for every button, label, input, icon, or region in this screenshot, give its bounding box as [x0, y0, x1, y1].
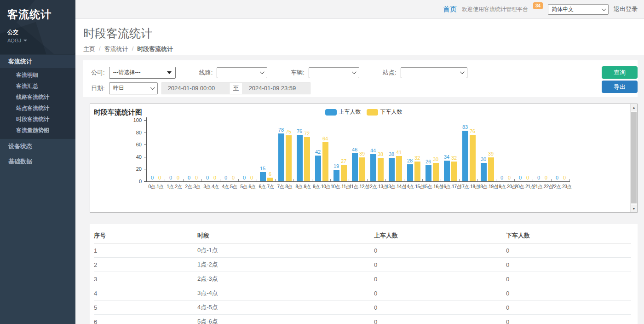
table-cell: 1点-2点 — [197, 258, 374, 272]
bar-slot: 0 — [186, 120, 192, 181]
x-axis-labels: 0点-1点1点-2点2点-3点3点-4点4点-5点5点-6点6点-7点7点-8点… — [147, 182, 637, 190]
bar-slot: 32 — [414, 120, 420, 181]
bar-slot: 44 — [370, 120, 376, 181]
table-cell: 0 — [374, 286, 506, 301]
bar-value-label: 30 — [433, 156, 438, 162]
bar-slot: 0 — [175, 120, 181, 181]
table-cell: 0 — [374, 301, 506, 315]
bar-group: 3841 — [386, 120, 404, 181]
org-code-dropdown[interactable]: AQGJ — [7, 38, 70, 43]
page-title: 时段客流统计 — [83, 26, 644, 41]
breadcrumb-item[interactable]: 主页 — [83, 45, 95, 53]
x-tick-label: 10点-11点 — [331, 184, 349, 190]
sidebar-subitem-客流量趋势图[interactable]: 客流量趋势图 — [0, 125, 75, 136]
table-cell: 2 — [94, 258, 197, 272]
date-range-group: 2024-01-09 00:00 至 2024-01-09 23:59 — [161, 82, 310, 94]
bar-value-label: 76 — [470, 128, 475, 134]
bar-slot: 38 — [378, 120, 384, 181]
station-select[interactable] — [401, 67, 467, 78]
table-cell: 3点-4点 — [197, 286, 374, 301]
bar-slot: 0 — [205, 120, 211, 181]
date-start-input[interactable]: 2024-01-09 00:00 — [161, 82, 230, 94]
y-tick-label: 80 — [136, 130, 142, 136]
x-tick-label: 22点-23点 — [552, 184, 570, 190]
breadcrumb-item: 时段客流统计 — [137, 45, 173, 53]
bar-group: 3432 — [441, 120, 460, 181]
export-button[interactable]: 导出 — [602, 81, 638, 93]
bar-value-label: 0 — [213, 175, 216, 180]
line-filter: 线路: — [199, 67, 268, 78]
legend-item[interactable]: 上车人数 — [325, 108, 361, 116]
y-tick-mark — [144, 145, 146, 145]
bar-group: 00 — [515, 120, 533, 181]
legend-item[interactable]: 下车人数 — [367, 108, 402, 116]
scrollbar-thumb[interactable] — [631, 112, 637, 203]
bar-slot: 30 — [481, 120, 487, 181]
bar — [378, 158, 384, 181]
bar-slot: 64 — [322, 120, 328, 181]
bar-group: 7672 — [294, 120, 312, 181]
bar-slot: 78 — [278, 120, 284, 181]
x-tick-label: 19点-20点 — [496, 184, 515, 190]
sidebar-item-base-data[interactable]: 基础数据 — [0, 154, 75, 169]
table-column-header: 上车人数 — [374, 228, 506, 243]
bar-value-label: 0 — [195, 175, 198, 180]
sidebar-item-label: 基础数据 — [8, 157, 32, 166]
date-end-input[interactable]: 2024-01-09 23:59 — [242, 82, 310, 94]
bar-slot: 15 — [260, 120, 266, 181]
table-cell: 0 — [506, 286, 631, 301]
bar-group: 4438 — [368, 120, 386, 181]
sidebar-subitem-客流明细[interactable]: 客流明细 — [0, 69, 75, 81]
notification-badge[interactable]: 34 — [533, 2, 543, 9]
bar-value-label: 0 — [519, 175, 522, 180]
bar — [260, 172, 266, 181]
language-select[interactable]: 简体中文 — [548, 4, 609, 15]
chevron-down-icon — [260, 69, 264, 74]
chart-scrollbar[interactable]: ▲ ▼ — [630, 104, 637, 212]
bar-value-label: 0 — [243, 175, 246, 180]
x-tick-label: 1点-2点 — [165, 184, 184, 190]
y-tick-mark — [144, 169, 146, 169]
table-cell: 4 — [94, 286, 197, 301]
bar-group: 4639 — [349, 120, 368, 181]
sidebar: 客流统计 公交 AQGJ 客流统计 客流明细客流汇总线路客流统计站点客流统计时段… — [0, 0, 75, 324]
y-tick-label: 100 — [133, 117, 142, 123]
home-link[interactable]: 首页 — [443, 5, 457, 14]
bar — [389, 158, 395, 181]
bar-slot: 0 — [506, 120, 512, 181]
topbar: 首页 欢迎使用客流统计管理平台 34 简体中文 退出登录 — [75, 0, 644, 19]
main-area: 首页 欢迎使用客流统计管理平台 34 简体中文 退出登录 时段客流统计 主页/客… — [75, 0, 644, 324]
breadcrumb-item[interactable]: 客流统计 — [104, 45, 128, 53]
table-row: 10点-1点00 — [94, 243, 631, 258]
table-column-header: 时段 — [197, 228, 374, 243]
sidebar-subitem-客流汇总[interactable]: 客流汇总 — [0, 81, 75, 92]
bar-value-label: 27 — [341, 158, 346, 164]
bar-slot: 38 — [389, 120, 395, 181]
vehicle-select[interactable] — [309, 67, 359, 78]
bar-value-label: 32 — [414, 155, 420, 161]
sidebar-item-passenger-stats[interactable]: 客流统计 — [0, 54, 75, 68]
bar-slot: 0 — [518, 120, 523, 181]
sidebar-subitem-线路客流统计[interactable]: 线路客流统计 — [0, 92, 75, 103]
bar-value-label: 26 — [426, 159, 431, 164]
sidebar-subitem-时段客流统计[interactable]: 时段客流统计 — [0, 114, 75, 125]
legend-label: 下车人数 — [380, 108, 402, 116]
sidebar-item-device-status[interactable]: 设备状态 — [0, 139, 75, 154]
scroll-up-arrow-icon[interactable]: ▲ — [631, 104, 637, 111]
search-button[interactable]: 查询 — [602, 66, 638, 79]
bar-value-label: 42 — [315, 149, 321, 155]
line-select[interactable] — [217, 67, 267, 78]
scroll-down-arrow-icon[interactable]: ▼ — [631, 205, 637, 212]
x-tick-label: 13点-14点 — [386, 184, 404, 190]
table-cell: 4点-5点 — [197, 301, 374, 315]
company-select[interactable]: ---请选择--- — [109, 67, 176, 79]
bar-value-label: 0 — [508, 175, 511, 180]
date-preset-select[interactable]: 昨日 — [109, 82, 158, 94]
bar-group: 00 — [184, 120, 202, 181]
logout-link[interactable]: 退出登录 — [614, 5, 638, 13]
bar-value-label: 0 — [545, 175, 547, 180]
bar-value-label: 76 — [297, 128, 302, 134]
bar-slot: 0 — [157, 120, 163, 181]
bar — [433, 163, 439, 181]
sidebar-subitem-站点客流统计[interactable]: 站点客流统计 — [0, 103, 75, 114]
